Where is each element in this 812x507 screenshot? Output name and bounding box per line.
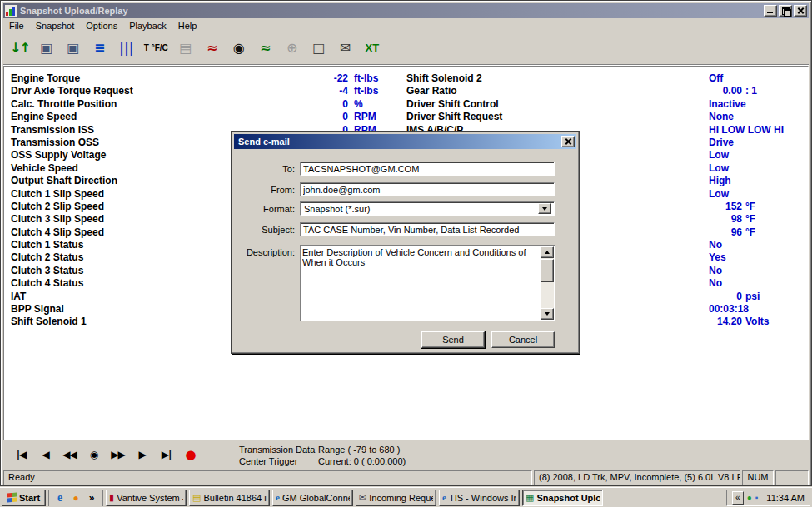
menu-bar: File Snapshot Options Playback Help — [3, 19, 809, 32]
read-card-icon[interactable]: ▣ — [61, 36, 86, 61]
description-scrollbar[interactable] — [541, 246, 554, 320]
quicklaunch-overflow-button[interactable]: » — [84, 490, 99, 505]
rewind-button[interactable]: ◀◀ — [58, 445, 81, 464]
param-label: BPP Signal — [11, 303, 64, 315]
param-label: IAT — [11, 291, 26, 302]
scroll-down-icon[interactable] — [541, 308, 554, 320]
param-unit: RPM — [354, 111, 376, 122]
start-label: Start — [19, 493, 40, 503]
skip-start-button[interactable]: |◀ — [10, 445, 32, 464]
close-button[interactable] — [794, 5, 807, 17]
cancel-button[interactable]: Cancel — [491, 331, 555, 348]
tray-icon-2[interactable]: ▪ — [755, 493, 759, 502]
skip-end-button[interactable]: ▶| — [155, 445, 177, 464]
param-value-2: 0 — [709, 291, 742, 302]
param-value-2: Low — [709, 188, 742, 200]
line-graph-icon[interactable]: ≈ — [200, 36, 225, 61]
param-value-2: 96 — [709, 226, 742, 238]
param-value: -22 — [286, 72, 348, 84]
param-value-2: 152 — [709, 201, 742, 212]
param-value: 0 — [286, 98, 348, 110]
subject-field[interactable] — [300, 222, 555, 236]
param-value-2: Low — [709, 162, 742, 174]
read-snapshot-icon[interactable]: ▣ — [34, 36, 59, 61]
minimize-button[interactable] — [764, 5, 777, 17]
tray-chevron-button[interactable]: « — [732, 491, 744, 505]
task-button[interactable]: ✉ Incoming Reques... — [356, 490, 436, 506]
param-unit-2: °F — [745, 201, 755, 212]
plot-icon[interactable]: ≈ — [253, 36, 278, 61]
web-icon[interactable]: ⊕ — [280, 36, 305, 61]
task-icon: ▦ — [526, 493, 534, 502]
param-value-2: High — [709, 175, 742, 186]
step-forward-button[interactable]: ▶ — [131, 445, 153, 464]
send-button[interactable]: Send — [421, 331, 485, 348]
task-icon: e — [276, 493, 280, 502]
menu-options[interactable]: Options — [80, 20, 123, 32]
task-icon: ✉ — [359, 493, 366, 502]
app-quicklaunch-icon[interactable]: ● — [68, 490, 83, 505]
param-value-2: 98 — [709, 213, 742, 225]
description-label: Description: — [238, 247, 295, 257]
scroll-thumb[interactable] — [541, 259, 554, 282]
menu-snapshot[interactable]: Snapshot — [30, 20, 80, 32]
task-button[interactable]: ▮ Vantive System -... — [106, 490, 187, 506]
param-value-2: None — [709, 111, 742, 122]
dialog-close-button[interactable] — [561, 136, 575, 147]
fast-forward-button[interactable]: ▶▶ — [107, 445, 129, 464]
data-row: Engine Speed 0 RPM Driver Shift Request … — [4, 111, 808, 123]
description-field[interactable]: Enter Description of Vehicle Concern and… — [302, 247, 540, 319]
task-button[interactable]: ▤ Bulletin 41864 in ... — [189, 490, 270, 506]
menu-file[interactable]: File — [3, 20, 30, 32]
temp-units-icon[interactable]: T °F/C — [141, 36, 172, 61]
dropdown-arrow-icon[interactable] — [538, 203, 551, 214]
param-unit: ft-lbs — [354, 72, 378, 84]
center-trigger-button[interactable]: ◉ — [82, 445, 105, 464]
print-icon[interactable]: ▤ — [173, 36, 198, 61]
param-label: Clutch 2 Slip Speed — [11, 201, 104, 212]
ie-quicklaunch-icon[interactable]: e — [52, 490, 67, 505]
gauge-icon[interactable]: ◉ — [227, 36, 252, 61]
dialog-titlebar: Send e-mail — [234, 134, 576, 149]
param-value-2: Drive — [709, 137, 742, 148]
task-button[interactable]: e TIS - Windows In... — [439, 490, 520, 506]
new-page-icon[interactable]: □ — [306, 36, 331, 61]
task-label: Vantive System -... — [117, 493, 183, 503]
param-unit: ft-lbs — [354, 85, 378, 97]
menu-playback[interactable]: Playback — [123, 20, 172, 32]
tray-icon-1[interactable]: ● — [747, 493, 752, 502]
param-label: Clutch 1 Slip Speed — [11, 188, 104, 200]
upload-snapshot-icon[interactable]: ↓↑ — [7, 36, 32, 61]
scroll-up-icon[interactable] — [541, 246, 554, 258]
param-value-2: Yes — [709, 251, 742, 263]
record-button[interactable]: ● — [179, 445, 202, 464]
param-value: 0 — [286, 111, 348, 122]
restore-button[interactable] — [779, 5, 792, 17]
subject-label: Subject: — [238, 225, 295, 235]
task-button[interactable]: ▦ Snapshot Uplo... — [522, 490, 603, 506]
param-label-2: Shift Solenoid 2 — [406, 72, 482, 84]
task-label: GM GlobalConnec... — [282, 493, 350, 503]
export-icon[interactable]: XT — [360, 36, 385, 61]
from-field[interactable] — [300, 182, 555, 196]
step-back-button[interactable]: ◀ — [34, 445, 57, 464]
task-icon: ▮ — [109, 493, 114, 502]
start-button[interactable]: Start — [2, 490, 46, 506]
status-bar: Ready (8) 2008, LD Trk, MPV, Incomplete,… — [3, 470, 809, 485]
format-dropdown[interactable]: Snapshot (*.sur) — [300, 201, 555, 216]
data-list-icon[interactable]: ≡ — [87, 36, 112, 61]
column-view-icon[interactable]: ||| — [114, 36, 139, 61]
param-label: Clutch 4 Slip Speed — [11, 226, 104, 238]
param-value-2: 0.00 — [709, 85, 742, 97]
param-unit-2: Volts — [745, 316, 769, 327]
playback-info-line2: Center Trigger — [239, 455, 315, 467]
data-row: Engine Torque -22 ft-lbs Shift Solenoid … — [4, 72, 808, 85]
param-label: Clutch 3 Status — [11, 265, 83, 276]
task-label: Incoming Reques... — [369, 493, 433, 503]
task-button[interactable]: e GM GlobalConnec... — [272, 490, 353, 506]
to-field[interactable] — [300, 162, 555, 176]
system-tray: « ● ▪ 11:34 AM — [726, 490, 810, 506]
param-label-2: Driver Shift Control — [406, 98, 499, 110]
email-icon[interactable]: ✉ — [333, 36, 358, 61]
menu-help[interactable]: Help — [172, 20, 203, 32]
